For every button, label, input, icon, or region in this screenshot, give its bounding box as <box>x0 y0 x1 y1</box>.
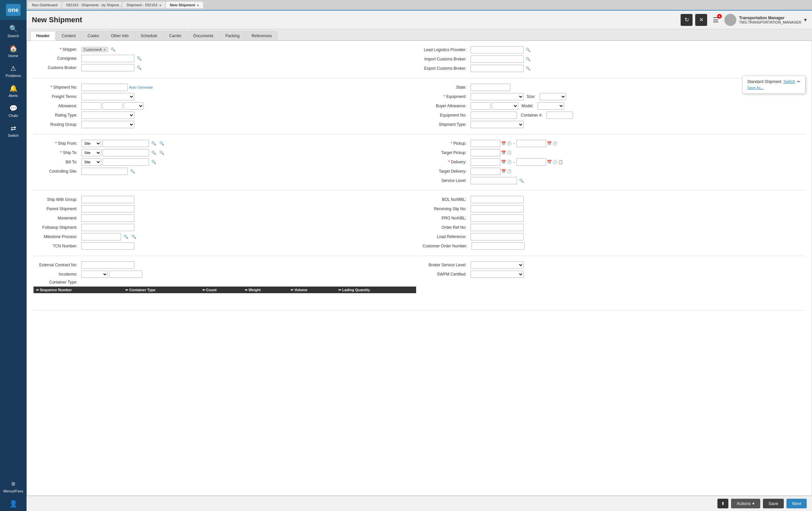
size-select[interactable] <box>540 93 566 100</box>
bill-to-input[interactable] <box>103 158 149 166</box>
ship-with-group-input[interactable] <box>81 196 135 203</box>
col-lading-qty[interactable]: ✏Lading Quantity <box>336 287 416 293</box>
swpm-select[interactable] <box>470 271 524 278</box>
tab-packing[interactable]: Packing <box>220 31 245 40</box>
ship-from-search-icon[interactable]: 🔍 <box>150 140 157 147</box>
order-ref-input[interactable] <box>470 224 524 231</box>
sidebar-item-chats[interactable]: 💬 Chats <box>0 101 27 121</box>
ship-to-input[interactable] <box>103 149 149 156</box>
menu-button[interactable]: ☰ ★ <box>710 14 722 26</box>
parent-shipment-input[interactable] <box>81 205 135 213</box>
sidebar-item-alerts[interactable]: 🔔 Alerts <box>0 81 27 101</box>
tcn-number-input[interactable] <box>81 242 135 250</box>
external-contract-input[interactable] <box>81 261 135 269</box>
routing-group-select[interactable] <box>81 121 135 128</box>
receiving-slip-input[interactable] <box>470 205 524 213</box>
delivery-time2-icon[interactable]: 🕐 <box>552 160 557 164</box>
delivery-date-input[interactable] <box>470 158 500 166</box>
allowance-input1[interactable] <box>81 102 101 110</box>
pickup-time-icon[interactable]: 🕐 <box>507 141 512 146</box>
service-level-input[interactable] <box>470 177 517 184</box>
allowance-input2[interactable] <box>103 102 122 110</box>
shipment-no-input[interactable] <box>81 84 128 91</box>
browser-tab-shipment[interactable]: Shipment - 592163 ● <box>122 2 165 8</box>
buyer-allowance-input[interactable] <box>470 102 490 110</box>
ship-to-type-select[interactable]: Site <box>81 149 101 156</box>
pickup-time2-icon[interactable]: 🕐 <box>552 141 557 146</box>
controlling-site-search-icon[interactable]: 🔍 <box>129 168 136 174</box>
tab-carrier[interactable]: Carrier <box>164 31 187 40</box>
col-count[interactable]: ✏Count <box>200 287 242 293</box>
tab-other-info[interactable]: Other Info <box>105 31 134 40</box>
freight-terms-select[interactable] <box>81 93 135 100</box>
target-pickup-cal-icon[interactable]: 📅 <box>501 151 506 155</box>
delivery-extra-icon[interactable]: 📋 <box>558 160 563 164</box>
pickup-date2-input[interactable] <box>516 140 546 147</box>
model-select[interactable] <box>538 102 564 110</box>
milestone-search2-icon[interactable]: 🔍 <box>130 234 137 240</box>
sidebar-item-problems[interactable]: ⚠ Problems <box>0 61 27 81</box>
buyer-allowance-select[interactable] <box>492 102 518 110</box>
customs-broker-search-icon[interactable]: 🔍 <box>136 64 142 71</box>
incoterms-select[interactable] <box>81 271 108 278</box>
auto-generate-link[interactable]: Auto Generate <box>129 85 153 89</box>
sidebar-item-search[interactable]: 🔍 Search <box>0 21 27 41</box>
pickup-cal2-icon[interactable]: 📅 <box>547 141 552 146</box>
sidebar-item-home[interactable]: 🏠 Home <box>0 41 27 61</box>
target-pickup-time-icon[interactable]: 🕐 <box>507 151 512 155</box>
tab-header[interactable]: Header <box>31 31 55 41</box>
delivery-cal-icon[interactable]: 📅 <box>501 160 506 164</box>
target-delivery-cal-icon[interactable]: 📅 <box>501 169 506 174</box>
container-hash-input[interactable] <box>547 112 573 119</box>
consignee-input[interactable] <box>81 55 135 62</box>
col-sequence[interactable]: ✏Sequence Number <box>33 287 123 293</box>
tab-documents[interactable]: Documents <box>188 31 219 40</box>
service-level-search-icon[interactable]: 🔍 <box>518 177 525 184</box>
ship-from-search2-icon[interactable]: 🔍 <box>158 140 165 147</box>
tab-codes[interactable]: Codes <box>82 31 105 40</box>
ship-from-input[interactable] <box>103 140 149 147</box>
tab-references[interactable]: References <box>246 31 278 40</box>
customs-broker-input[interactable] <box>81 64 135 72</box>
lead-logistics-input[interactable] <box>470 46 524 53</box>
close-tab-new-shipment-icon[interactable]: ● <box>197 3 199 7</box>
equipment-select[interactable] <box>470 93 524 100</box>
shipment-type-select[interactable] <box>470 121 524 128</box>
browser-tab-new-shipment[interactable]: New Shipment ● <box>166 2 203 8</box>
delivery-cal2-icon[interactable]: 📅 <box>547 160 552 164</box>
target-delivery-time-icon[interactable]: 🕐 <box>507 169 512 174</box>
movement-input[interactable] <box>81 215 135 222</box>
delivery-time-icon[interactable]: 🕐 <box>507 160 512 164</box>
incoterms-input[interactable] <box>109 271 142 278</box>
pro-no-input[interactable] <box>470 215 524 222</box>
tab-content[interactable]: Content <box>56 31 81 40</box>
user-info[interactable]: Transportation Manager TMS.TRANSPORTATIO… <box>724 14 807 26</box>
save-button[interactable]: Save <box>763 499 784 508</box>
export-customs-search-icon[interactable]: 🔍 <box>525 65 531 72</box>
actions-button[interactable]: Actions ▾ <box>731 499 760 508</box>
col-container-type[interactable]: ✏Container Type <box>123 287 200 293</box>
milestone-search-icon[interactable]: 🔍 <box>122 234 129 240</box>
shipper-search-icon[interactable]: 🔍 <box>110 46 116 53</box>
sidebar-item-switch[interactable]: ⇄ Switch <box>0 121 27 141</box>
pickup-cal-icon[interactable]: 📅 <box>501 141 506 146</box>
rating-type-select[interactable] <box>81 112 135 119</box>
milestone-process-input[interactable] <box>81 233 121 240</box>
shipper-remove-icon[interactable]: ✕ <box>103 48 106 51</box>
switch-link[interactable]: Switch <box>783 79 795 84</box>
allowance-select[interactable] <box>124 102 144 110</box>
lead-logistics-search-icon[interactable]: 🔍 <box>525 47 531 53</box>
close-button[interactable]: ✕ <box>695 14 707 26</box>
import-customs-search-icon[interactable]: 🔍 <box>525 56 531 62</box>
import-customs-input[interactable] <box>470 55 524 63</box>
col-volume[interactable]: ✏Volume <box>288 287 336 293</box>
consignee-search-icon[interactable]: 🔍 <box>136 55 142 62</box>
customer-order-input[interactable] <box>471 242 525 250</box>
followup-shipment-input[interactable] <box>81 224 135 231</box>
next-button[interactable]: Next <box>786 499 807 508</box>
target-delivery-date-input[interactable] <box>470 168 500 175</box>
browser-tab-592163-list[interactable]: 592163 - Shipments : by Shipme... ● <box>62 2 122 8</box>
delivery-date2-input[interactable] <box>516 158 546 166</box>
ship-from-type-select[interactable]: Site <box>81 140 101 147</box>
tab-schedule[interactable]: Schedule <box>135 31 163 40</box>
